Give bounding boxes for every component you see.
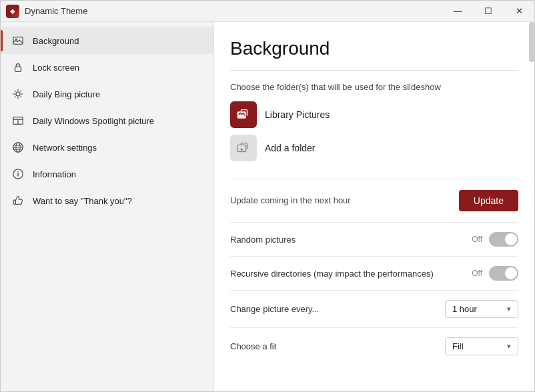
chevron-down-icon: ▾ [507, 305, 511, 313]
sidebar-label-daily-bing: Daily Bing picture [33, 89, 100, 99]
sidebar-item-thankyou[interactable]: Want to say "Thank you"? [1, 187, 213, 214]
scrollbar-thumb[interactable] [529, 22, 534, 62]
sidebar-item-network[interactable]: Network settings [1, 134, 213, 161]
chevron-down-icon-2: ▾ [507, 342, 511, 351]
random-pictures-toggle[interactable] [489, 232, 518, 247]
library-pictures-item: Library Pictures [230, 101, 518, 128]
lock-icon [11, 61, 25, 74]
choose-fit-row: Choose a fit Fill ▾ [230, 327, 518, 365]
svg-point-22 [17, 171, 19, 173]
sidebar-label-lock-screen: Lock screen [33, 63, 79, 73]
sun-icon [11, 87, 25, 101]
library-icon-box [230, 101, 257, 128]
sidebar-item-spotlight[interactable]: Daily Windows Spotlight picture [1, 107, 213, 134]
title-bar-left: ◆ Dynamic Theme [6, 5, 87, 18]
update-text: Update coming in the next hour [230, 194, 351, 207]
app-icon: ◆ [6, 5, 19, 18]
random-pictures-row: Random pictures Off [230, 222, 518, 256]
close-button[interactable]: ✕ [504, 1, 534, 22]
random-pictures-label: Random pictures [230, 235, 296, 245]
app-content: Background Lock screen [1, 22, 534, 391]
maximize-button[interactable]: ☐ [473, 1, 504, 22]
sidebar-label-information: Information [33, 169, 76, 179]
svg-point-3 [16, 92, 20, 96]
svg-rect-2 [15, 67, 21, 71]
minimize-button[interactable]: — [442, 1, 473, 22]
title-bar: ◆ Dynamic Theme — ☐ ✕ [1, 1, 534, 22]
choose-fit-value: Fill [452, 341, 464, 351]
svg-line-10 [21, 91, 22, 92]
window-icon [11, 114, 25, 127]
library-pictures-label: Library Pictures [265, 109, 330, 120]
svg-line-11 [15, 97, 16, 98]
recursive-label: Recursive directories (may impact the pe… [230, 269, 434, 279]
random-pictures-control: Off [472, 232, 518, 247]
random-pictures-state: Off [472, 235, 482, 244]
recursive-control: Off [472, 266, 518, 281]
scrollbar-track[interactable] [529, 22, 534, 391]
recursive-directories-row: Recursive directories (may impact the pe… [230, 256, 518, 290]
recursive-state: Off [472, 269, 482, 278]
add-folder-label: Add a folder [265, 143, 316, 153]
svg-point-26 [239, 113, 241, 115]
recursive-toggle[interactable] [489, 266, 518, 281]
toggle-knob-2 [505, 267, 517, 279]
sidebar-label-background: Background [33, 36, 79, 46]
choose-fit-label: Choose a fit [230, 341, 276, 351]
sidebar-item-lock-screen[interactable]: Lock screen [1, 54, 213, 81]
window-controls: — ☐ ✕ [442, 1, 534, 22]
svg-line-9 [21, 97, 22, 98]
page-title: Background [230, 38, 518, 59]
thumb-icon [11, 194, 25, 207]
sidebar-item-information[interactable]: Information [1, 161, 213, 187]
slideshow-section: Choose the folder(s) that will be used f… [230, 70, 518, 179]
change-picture-value: 1 hour [452, 304, 477, 314]
sidebar-item-background[interactable]: Background [1, 27, 213, 54]
svg-rect-23 [13, 200, 15, 204]
svg-line-8 [15, 91, 16, 92]
add-folder-icon-box [230, 135, 257, 161]
add-folder-item[interactable]: Add a folder [230, 135, 518, 161]
slideshow-description: Choose the folder(s) that will be used f… [230, 81, 518, 93]
globe-icon [11, 141, 25, 154]
sidebar-item-daily-bing[interactable]: Daily Bing picture [1, 81, 213, 107]
image-icon [11, 34, 25, 47]
change-picture-row: Change picture every... 1 hour ▾ [230, 290, 518, 327]
sidebar-label-network: Network settings [33, 143, 97, 153]
main-content: Background Choose the folder(s) that wil… [214, 22, 534, 391]
change-picture-label: Change picture every... [230, 304, 319, 314]
update-section: Update coming in the next hour Update [230, 179, 518, 222]
sidebar-label-spotlight: Daily Windows Spotlight picture [33, 116, 154, 126]
toggle-knob [505, 233, 517, 245]
update-button[interactable]: Update [459, 190, 518, 211]
app-window: ◆ Dynamic Theme — ☐ ✕ Background [0, 0, 535, 392]
choose-fit-select[interactable]: Fill ▾ [445, 337, 518, 355]
sidebar: Background Lock screen [1, 22, 214, 391]
change-picture-select[interactable]: 1 hour ▾ [445, 300, 518, 318]
info-icon [11, 167, 25, 181]
sidebar-label-thankyou: Want to say "Thank you"? [33, 196, 132, 206]
app-title: Dynamic Theme [25, 6, 87, 16]
